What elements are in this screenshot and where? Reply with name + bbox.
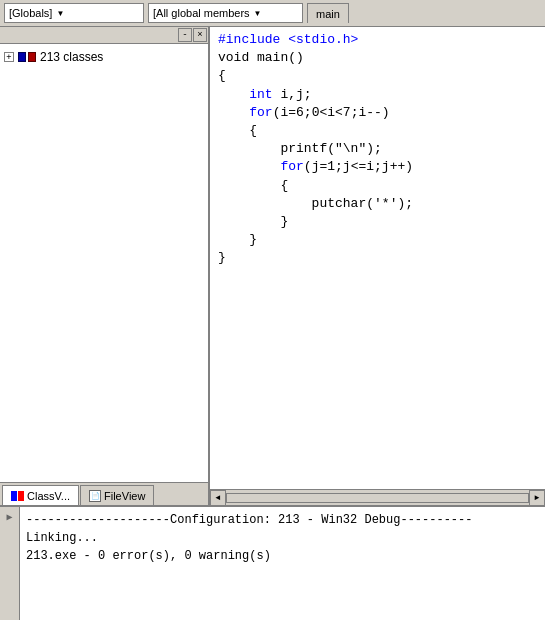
classview-icon — [11, 491, 24, 501]
members-dropdown-label: [All global members — [153, 7, 250, 19]
code-content: #include <stdio.h>void main(){ int i,j; … — [210, 27, 545, 271]
tree-root-item[interactable]: + 213 classes — [4, 48, 204, 66]
code-token: } — [218, 250, 226, 265]
code-line: } — [218, 231, 537, 249]
scroll-left-arrow[interactable]: ◄ — [210, 490, 226, 506]
code-token: { — [218, 123, 257, 138]
code-token: i,j; — [273, 87, 312, 102]
output-gutter-icon: ▶ — [6, 511, 12, 523]
close-button[interactable]: × — [193, 28, 207, 42]
bottom-tabs: ClassV... 📄 FileView — [0, 482, 208, 505]
class-icon-red — [28, 52, 36, 62]
code-line: for(j=1;j<=i;j++) — [218, 158, 537, 176]
output-text: --------------------Configuration: 213 -… — [20, 507, 545, 620]
output-gutter: ▶ — [0, 507, 20, 620]
globals-dropdown[interactable]: [Globals] ▼ — [4, 3, 144, 23]
tree-expand-icon[interactable]: + — [4, 52, 14, 62]
globals-dropdown-arrow: ▼ — [56, 9, 64, 18]
fileview-icon: 📄 — [89, 490, 101, 502]
members-dropdown-arrow: ▼ — [254, 9, 262, 18]
main-tab-label: main — [316, 8, 340, 20]
output-panel: ▶ --------------------Configuration: 213… — [0, 505, 545, 620]
tree-icon-group — [18, 52, 36, 62]
main-tab[interactable]: main — [307, 3, 349, 23]
right-panel-wrapper: #include <stdio.h>void main(){ int i,j; … — [210, 27, 545, 505]
tab-classview[interactable]: ClassV... — [2, 485, 79, 505]
members-dropdown[interactable]: [All global members ▼ — [148, 3, 303, 23]
code-token: { — [218, 178, 288, 193]
code-token: putchar('*'); — [218, 196, 413, 211]
code-editor[interactable]: #include <stdio.h>void main(){ int i,j; … — [210, 27, 545, 489]
horizontal-scrollbar[interactable]: ◄ ► — [210, 489, 545, 505]
main-content: - × + 213 classes — [0, 27, 545, 505]
code-line: void main() — [218, 49, 537, 67]
code-line: #include <stdio.h> — [218, 31, 537, 49]
tree-area: + 213 classes — [0, 44, 208, 482]
code-line: printf("\n"); — [218, 140, 537, 158]
globals-dropdown-label: [Globals] — [9, 7, 52, 19]
minimize-button[interactable]: - — [178, 28, 192, 42]
tab-fileview[interactable]: 📄 FileView — [80, 485, 154, 505]
cv-icon-blue — [11, 491, 17, 501]
class-icon-blue — [18, 52, 26, 62]
toolbar: [Globals] ▼ [All global members ▼ main — [0, 0, 545, 27]
output-line: --------------------Configuration: 213 -… — [26, 511, 539, 529]
left-panel-toolbar: - × — [0, 27, 208, 44]
code-token — [218, 159, 280, 174]
code-token: } — [218, 214, 288, 229]
code-line: } — [218, 249, 537, 267]
scroll-track[interactable] — [226, 493, 529, 503]
code-token: int — [249, 87, 272, 102]
tab-classview-label: ClassV... — [27, 490, 70, 502]
output-line: Linking... — [26, 529, 539, 547]
code-line: int i,j; — [218, 86, 537, 104]
code-token: for — [249, 105, 272, 120]
code-token — [218, 87, 249, 102]
code-token: { — [218, 68, 226, 83]
code-line: { — [218, 177, 537, 195]
code-line: putchar('*'); — [218, 195, 537, 213]
tab-fileview-label: FileView — [104, 490, 145, 502]
cv-icon-red — [18, 491, 24, 501]
code-line: { — [218, 67, 537, 85]
output-line: 213.exe - 0 error(s), 0 warning(s) — [26, 547, 539, 565]
code-token: void main() — [218, 50, 304, 65]
scroll-right-arrow[interactable]: ► — [529, 490, 545, 506]
code-token: printf("\n"); — [218, 141, 382, 156]
left-panel: - × + 213 classes — [0, 27, 210, 505]
code-line: } — [218, 213, 537, 231]
code-token: (i=6;0<i<7;i--) — [273, 105, 390, 120]
tree-root-label: 213 classes — [40, 50, 103, 64]
code-token: } — [218, 232, 257, 247]
code-token: (j=1;j<=i;j++) — [304, 159, 413, 174]
code-line: for(i=6;0<i<7;i--) — [218, 104, 537, 122]
code-token — [218, 105, 249, 120]
code-token: for — [280, 159, 303, 174]
code-token: #include <stdio.h> — [218, 32, 358, 47]
code-line: { — [218, 122, 537, 140]
